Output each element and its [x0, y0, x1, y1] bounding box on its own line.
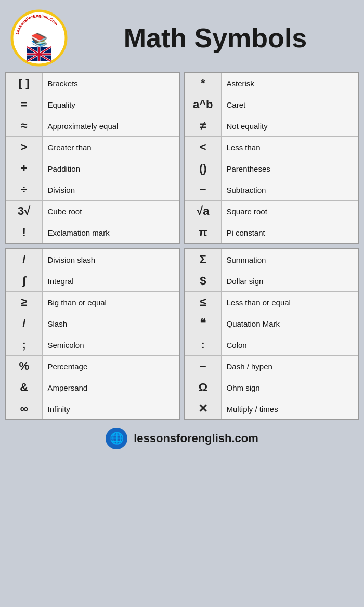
- name-cell: Quatation Mark: [221, 313, 358, 334]
- symbol-cell: *: [185, 72, 221, 94]
- symbol-cell: [ ]: [6, 72, 42, 94]
- symbol-cell: !: [6, 222, 42, 244]
- logo: LessonsForEnglish.Com 📚: [10, 9, 68, 67]
- symbol-cell: ≠: [185, 115, 221, 137]
- table-row: &Ampersand: [6, 377, 179, 398]
- table-1: [ ]Brackets=Equality≈Approximately equal…: [5, 72, 180, 244]
- name-cell: Paddition: [42, 158, 179, 179]
- symbol-cell: $: [185, 270, 221, 292]
- table-row: ÷Division: [6, 179, 179, 201]
- table-row: [ ]Brackets: [6, 72, 179, 94]
- name-cell: Cube root: [42, 201, 179, 222]
- name-cell: Big than or equal: [42, 292, 179, 313]
- name-cell: Division: [42, 179, 179, 201]
- table-2: *Asteriska^bCaret≠Not equality<Less than…: [184, 72, 359, 244]
- name-cell: Caret: [221, 94, 358, 115]
- name-cell: Square root: [221, 201, 358, 222]
- name-cell: Ohm sign: [221, 377, 358, 398]
- table-row: ≠Not equality: [185, 115, 358, 137]
- symbol-cell: √a: [185, 201, 221, 222]
- table-row: /Division slash: [6, 249, 179, 270]
- symbol-cell: 3√: [6, 201, 42, 222]
- symbol-cell: π: [185, 222, 221, 244]
- name-cell: Summation: [221, 249, 358, 270]
- table-row: √aSquare root: [185, 201, 358, 222]
- page-title: Math Symbols: [77, 22, 354, 54]
- name-cell: Pi constant: [221, 222, 358, 244]
- name-cell: Greater than: [42, 137, 179, 158]
- symbol-cell: <: [185, 137, 221, 158]
- globe-icon: 🌐: [106, 428, 127, 449]
- table-row: ✕Multiply / times: [185, 398, 358, 420]
- svg-text:📚: 📚: [31, 32, 48, 48]
- symbol-cell: &: [6, 377, 42, 398]
- table-row: 3√Cube root: [6, 201, 179, 222]
- name-cell: Less than: [221, 137, 358, 158]
- name-cell: Dash / hypen: [221, 356, 358, 377]
- name-cell: Integral: [42, 270, 179, 292]
- symbol-cell: +: [6, 158, 42, 179]
- name-cell: Exclamation mark: [42, 222, 179, 244]
- name-cell: Colon: [221, 334, 358, 356]
- symbol-cell: Σ: [185, 249, 221, 270]
- name-cell: Division slash: [42, 249, 179, 270]
- table-row: ≤Less than or equal: [185, 292, 358, 313]
- name-cell: Multiply / times: [221, 398, 358, 420]
- table-row: $Dollar sign: [185, 270, 358, 292]
- symbol-cell: (): [185, 158, 221, 179]
- footer: 🌐 lessonsforenglish.com: [0, 420, 364, 454]
- table-3: /Division slash∫Integral≥Big than or equ…: [5, 248, 180, 420]
- footer-text: lessonsforenglish.com: [134, 432, 258, 445]
- table-row: –Dash / hypen: [185, 356, 358, 377]
- name-cell: Approximately equal: [42, 115, 179, 137]
- symbol-cell: ✕: [185, 398, 221, 420]
- table-row: ≈Approximately equal: [6, 115, 179, 137]
- table-row: a^bCaret: [185, 94, 358, 115]
- table-4: ΣSummation$Dollar sign≤Less than or equa…: [184, 248, 359, 420]
- table-row: +Paddition: [6, 158, 179, 179]
- name-cell: Parentheses: [221, 158, 358, 179]
- tables-container: [ ]Brackets=Equality≈Approximately equal…: [3, 72, 361, 420]
- symbol-cell: ≤: [185, 292, 221, 313]
- name-cell: Dollar sign: [221, 270, 358, 292]
- symbol-cell: a^b: [185, 94, 221, 115]
- table-row: ΣSummation: [185, 249, 358, 270]
- table-row: >Greater than: [6, 137, 179, 158]
- table-row: ❝Quatation Mark: [185, 313, 358, 334]
- symbol-cell: ∫: [6, 270, 42, 292]
- symbol-cell: ÷: [6, 179, 42, 201]
- name-cell: Ampersand: [42, 377, 179, 398]
- symbol-cell: =: [6, 94, 42, 115]
- symbol-cell: Ω: [185, 377, 221, 398]
- table-row: *Asterisk: [185, 72, 358, 94]
- name-cell: Subtraction: [221, 179, 358, 201]
- top-section: [ ]Brackets=Equality≈Approximately equal…: [5, 72, 359, 244]
- symbol-cell: ≥: [6, 292, 42, 313]
- name-cell: Percentage: [42, 356, 179, 377]
- symbol-cell: ≈: [6, 115, 42, 137]
- name-cell: Slash: [42, 313, 179, 334]
- table-row: <Less than: [185, 137, 358, 158]
- symbol-cell: ;: [6, 334, 42, 356]
- table-row: ;Semicolon: [6, 334, 179, 356]
- symbol-cell: ❝: [185, 313, 221, 334]
- table-row: =Equality: [6, 94, 179, 115]
- table-row: ()Parentheses: [185, 158, 358, 179]
- table-row: /Slash: [6, 313, 179, 334]
- name-cell: Brackets: [42, 72, 179, 94]
- symbol-cell: >: [6, 137, 42, 158]
- table-row: ΩOhm sign: [185, 377, 358, 398]
- table-row: ∞Infinity: [6, 398, 179, 420]
- symbol-cell: ∞: [6, 398, 42, 420]
- table-row: ≥Big than or equal: [6, 292, 179, 313]
- name-cell: Less than or equal: [221, 292, 358, 313]
- symbol-cell: /: [6, 249, 42, 270]
- name-cell: Not equality: [221, 115, 358, 137]
- table-row: :Colon: [185, 334, 358, 356]
- table-row: ∫Integral: [6, 270, 179, 292]
- symbol-cell: –: [185, 356, 221, 377]
- page-header: LessonsForEnglish.Com 📚 Math Symbols: [0, 0, 364, 72]
- table-row: %Percentage: [6, 356, 179, 377]
- symbol-cell: %: [6, 356, 42, 377]
- name-cell: Equality: [42, 94, 179, 115]
